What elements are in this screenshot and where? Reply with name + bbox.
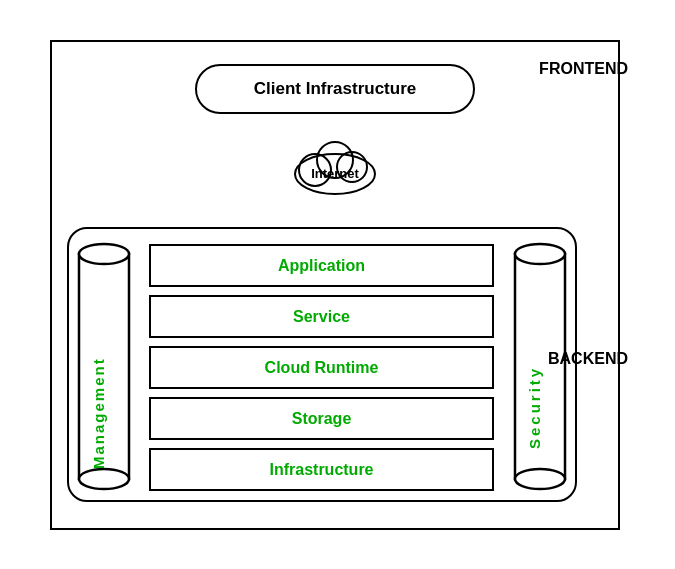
management-cylinder: Management <box>74 239 134 494</box>
service-layer: Service <box>149 295 494 338</box>
main-diagram-container: FRONTEND Client Infrastructure Internet <box>50 40 620 530</box>
layers-container: Application Service Cloud Runtime Storag… <box>149 244 494 491</box>
svg-point-7 <box>79 469 129 489</box>
infrastructure-layer: Infrastructure <box>149 448 494 491</box>
management-svg: Management <box>74 239 134 494</box>
svg-point-6 <box>79 244 129 264</box>
svg-text:Internet: Internet <box>311 166 359 181</box>
application-layer: Application <box>149 244 494 287</box>
svg-point-11 <box>515 469 565 489</box>
client-infrastructure-box: Client Infrastructure <box>195 64 475 114</box>
infrastructure-label: Infrastructure <box>269 461 373 479</box>
application-label: Application <box>278 257 365 275</box>
svg-text:Security: Security <box>526 366 543 449</box>
svg-text:Management: Management <box>90 357 107 469</box>
internet-cloud: Internet <box>280 132 390 202</box>
frontend-label: FRONTEND <box>539 60 628 78</box>
backend-label: BACKEND <box>548 350 628 368</box>
cloud-runtime-layer: Cloud Runtime <box>149 346 494 389</box>
cloud-svg: Internet <box>280 132 390 202</box>
cloud-runtime-label: Cloud Runtime <box>265 359 379 377</box>
storage-label: Storage <box>292 410 352 428</box>
svg-point-10 <box>515 244 565 264</box>
backend-box: Management Security Application Service … <box>67 227 577 502</box>
service-label: Service <box>293 308 350 326</box>
storage-layer: Storage <box>149 397 494 440</box>
client-infrastructure-label: Client Infrastructure <box>254 79 416 99</box>
